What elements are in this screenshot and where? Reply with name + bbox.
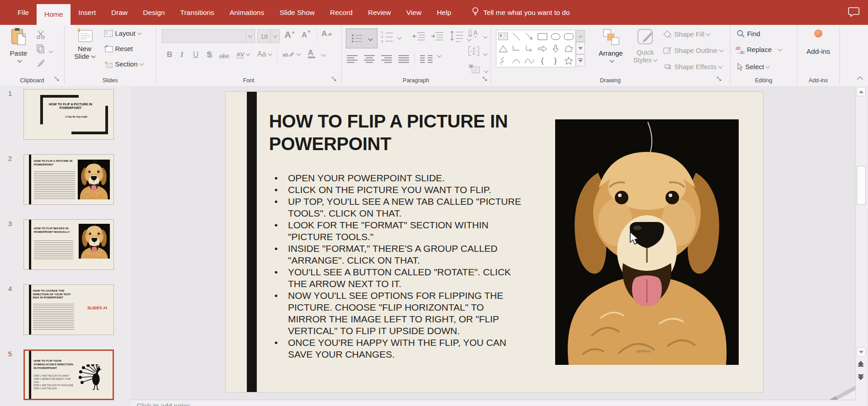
collapse-ribbon-button[interactable] xyxy=(856,74,862,82)
bullet-item: YOU'LL SEE A BUTTON CALLED "ROTATE". CLI… xyxy=(269,266,524,290)
shape-outline-button[interactable]: Shape Outline xyxy=(663,47,723,55)
strikethrough-button[interactable]: abc xyxy=(219,52,230,60)
font-size-combobox[interactable]: 18 xyxy=(257,29,280,43)
align-left-button[interactable] xyxy=(347,54,358,63)
shape-curve-icon[interactable] xyxy=(523,55,536,67)
dog-picture[interactable]: rgmbbslq xyxy=(555,119,739,365)
shapes-scroll-up[interactable] xyxy=(576,30,585,42)
section-button[interactable]: Section xyxy=(104,60,143,68)
replace-button[interactable]: ab →ac Replace xyxy=(736,46,782,54)
tab-file[interactable]: File xyxy=(10,0,37,25)
notes-pane[interactable]: Click to add notes xyxy=(131,400,856,406)
shapes-more-button[interactable] xyxy=(576,54,585,66)
shrink-font-button[interactable]: A▼ xyxy=(302,29,311,40)
addins-button[interactable]: Add-ins xyxy=(797,29,840,56)
comments-icon[interactable] xyxy=(848,7,860,19)
shape-oval-icon[interactable] xyxy=(549,30,562,42)
shape-triangle-icon[interactable] xyxy=(496,42,509,55)
slide-title[interactable]: HOW TO FLIP A PICTURE IN POWERPOINT xyxy=(269,110,540,156)
shape-right-brace-icon[interactable]: } xyxy=(549,55,562,67)
shapes-scroll-down[interactable] xyxy=(576,42,585,54)
arrange-button[interactable]: Arrange xyxy=(594,28,628,65)
reset-button[interactable]: Reset xyxy=(104,45,133,53)
shape-rounded-rectangle-icon[interactable] xyxy=(562,30,575,42)
tab-review[interactable]: Review xyxy=(360,0,399,25)
font-size-dropdown[interactable] xyxy=(270,30,279,42)
shape-rectangle-icon[interactable] xyxy=(536,30,549,42)
justify-button[interactable] xyxy=(398,54,409,63)
tab-design[interactable]: Design xyxy=(135,0,172,25)
format-painter-button[interactable] xyxy=(36,58,46,70)
slide-1-thumbnail[interactable]: HOW TO FLIP A PICTURE IN POWERPOINT A St… xyxy=(24,89,114,140)
shape-line-icon[interactable] xyxy=(509,30,523,42)
next-slide-button[interactable] xyxy=(858,374,864,380)
scroll-up-button[interactable] xyxy=(857,87,866,96)
shape-right-arrow-icon[interactable] xyxy=(536,42,549,55)
shape-fill-button[interactable]: Shape Fill xyxy=(663,30,710,38)
text-shadow-button[interactable]: S xyxy=(207,50,212,59)
scrollbar-thumb[interactable] xyxy=(857,166,866,205)
bullets-button[interactable] xyxy=(346,28,377,48)
increase-indent-button[interactable] xyxy=(431,31,443,43)
slide-4-thumbnail[interactable]: HOW TO CHANGE THE DIRECTION OF YOUR TEXT… xyxy=(24,284,114,335)
scroll-down-button[interactable] xyxy=(857,347,866,357)
find-button[interactable]: Find xyxy=(736,29,760,38)
tab-insert[interactable]: Insert xyxy=(71,0,104,25)
italic-button[interactable]: I xyxy=(180,50,184,59)
current-slide[interactable]: HOW TO FLIP A PICTURE IN POWERPOINT OPEN… xyxy=(225,91,764,392)
shape-elbow-icon[interactable] xyxy=(509,42,523,55)
underline-button[interactable]: U xyxy=(193,50,198,59)
paste-button[interactable]: Paste xyxy=(6,28,31,65)
text-direction-button[interactable]: A xyxy=(468,28,487,41)
char-spacing-chevron xyxy=(246,52,250,56)
layout-button[interactable]: Layout xyxy=(104,29,141,38)
tab-record[interactable]: Record xyxy=(322,0,360,25)
align-text-button[interactable] xyxy=(468,46,487,58)
shape-fill-icon xyxy=(663,30,672,38)
new-slide-button[interactable]: New Slide xyxy=(71,28,99,60)
numbering-button[interactable]: 123 xyxy=(381,30,401,44)
align-center-button[interactable] xyxy=(364,54,375,63)
decrease-indent-button[interactable] xyxy=(413,31,425,43)
font-color-button[interactable]: A xyxy=(308,49,315,58)
character-spacing-button[interactable]: AV xyxy=(236,50,250,58)
tab-slide-show[interactable]: Slide Show xyxy=(272,0,322,25)
shape-elbow-arrow-icon[interactable] xyxy=(523,42,536,55)
select-button[interactable]: Select xyxy=(736,63,769,71)
previous-slide-button[interactable] xyxy=(858,361,864,367)
slide-3-thumbnail[interactable]: HOW TO FLIP IMAGES IN POWERPOINT MANUALL… xyxy=(24,219,114,270)
font-name-dropdown[interactable] xyxy=(245,30,255,42)
tab-view[interactable]: View xyxy=(399,0,429,25)
bold-button[interactable]: B xyxy=(167,50,172,59)
change-case-button[interactable]: Aa xyxy=(257,50,272,58)
shape-arc-icon[interactable] xyxy=(509,55,523,67)
tab-help[interactable]: Help xyxy=(429,0,459,25)
shape-freeform-icon[interactable] xyxy=(562,42,575,55)
tab-animations[interactable]: Animations xyxy=(222,0,272,25)
slide-5-thumbnail[interactable]: HOW TO FLIP YOUR SYMBOL/ICON'S DIRECTION… xyxy=(24,349,114,400)
slide-2-thumbnail[interactable]: HOW TO FLIP A PICTURE IN POWERPOINT xyxy=(24,154,114,205)
shape-effects-button[interactable]: Shape Effects xyxy=(663,63,722,71)
cut-button[interactable] xyxy=(36,30,46,41)
font-name-combobox[interactable] xyxy=(162,29,255,43)
clear-formatting-button[interactable]: A xyxy=(321,29,333,38)
grow-font-button[interactable]: A▲ xyxy=(284,29,295,40)
tell-me-box[interactable]: Tell me what you want to do xyxy=(472,0,570,25)
shape-textbox-icon[interactable]: A xyxy=(496,30,509,42)
shape-left-brace-icon[interactable]: { xyxy=(536,55,549,67)
quick-styles-button[interactable]: Quick Styles xyxy=(629,28,661,64)
copy-button[interactable] xyxy=(36,44,52,56)
section-chevron xyxy=(139,61,144,66)
columns-button[interactable] xyxy=(420,54,441,63)
tab-draw[interactable]: Draw xyxy=(104,0,135,25)
shape-arrow-icon[interactable] xyxy=(523,30,536,42)
align-right-button[interactable] xyxy=(381,54,392,63)
shape-scribble-icon[interactable] xyxy=(496,55,509,67)
shape-down-arrow-icon[interactable] xyxy=(549,42,562,55)
shape-star-icon[interactable] xyxy=(562,55,575,67)
highlight-color-button[interactable]: ab xyxy=(283,50,300,58)
convert-smartart-button[interactable] xyxy=(468,63,488,76)
slide-body-text[interactable]: OPEN YOUR POWERPOINT SLIDE. CLICK ON THE… xyxy=(269,172,524,360)
tab-transitions[interactable]: Transitions xyxy=(173,0,222,25)
tab-home[interactable]: Home xyxy=(37,4,71,25)
